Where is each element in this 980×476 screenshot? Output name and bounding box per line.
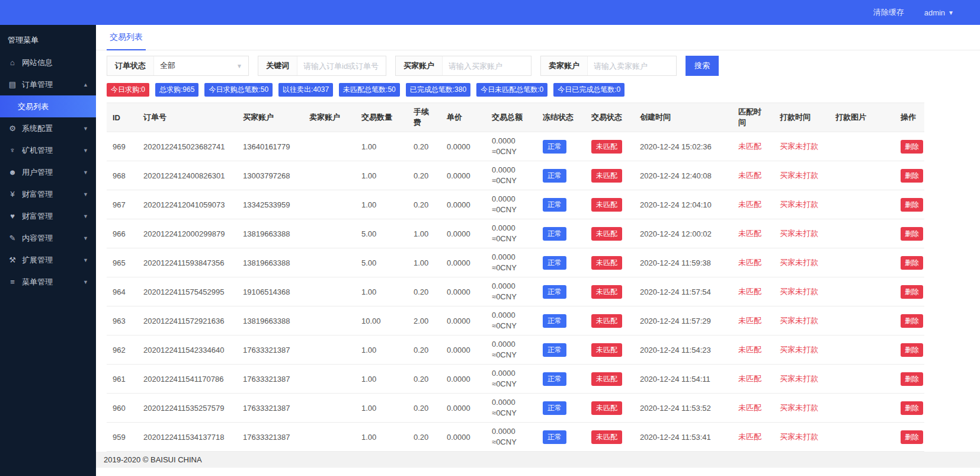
order-id: 965 [113,258,126,267]
delete-button[interactable]: 删除 [901,169,923,183]
freeze-status-badge: 正常 [543,430,566,444]
sidebar-item-trade-list[interactable]: 交易列表 [0,95,96,117]
trade-quantity: 1.00 [361,287,376,296]
sidebar-item-label: 网站信息 [22,57,53,68]
column-header: 创建时间 [634,103,732,132]
delete-button[interactable]: 删除 [901,140,923,154]
sidebar-item-user-management[interactable]: ☻用户管理▼ [0,161,96,183]
delete-button[interactable]: 删除 [901,372,923,386]
sidebar-item-system-config[interactable]: ⚙系统配置▼ [0,117,96,139]
sidebar-item-content-management[interactable]: ✎内容管理▼ [0,227,96,249]
cell-order-no: 2020122411572921636 [137,306,237,336]
total-amount: 0.0000 [492,397,531,408]
cell-pay-time: 买家未打款 [774,423,830,452]
admin-menu[interactable]: admin ▼ [924,8,954,17]
tab-bar: 交易列表 [96,25,980,50]
delete-button[interactable]: 删除 [901,314,923,328]
tab-trade-list[interactable]: 交易列表 [107,32,146,50]
total-cny: ≈0CNY [492,292,531,302]
sidebar-header: 管理菜单 [0,25,96,52]
sidebar-item-extension-management[interactable]: ⚒扩展管理▼ [0,249,96,271]
pay-time-text: 买家未打款 [780,171,818,180]
sidebar-item-label: 财富管理 [22,189,53,200]
delete-button[interactable]: 删除 [901,430,923,444]
cell-freeze-status: 正常 [537,190,585,219]
pay-time-text: 买家未打款 [780,345,818,354]
match-time-text: 未匹配 [738,287,761,296]
cell-pay-image [830,132,895,161]
pay-time-text: 买家未打款 [780,142,818,151]
fee-value: 0.20 [414,404,428,413]
cell-buyer: 17633321387 [237,336,303,365]
cell-price: 0.0000 [441,306,486,336]
table-row: 9622020122411542334640176333213871.000.2… [107,336,924,365]
cell-pay-time: 买家未打款 [774,248,830,277]
order-status-select[interactable]: 全部 ▼ [153,56,248,75]
cell-created: 2020-12-24 15:02:36 [634,132,732,161]
total-amount: 0.0000 [492,368,531,379]
main-content: 交易列表 订单状态 全部 ▼ 关键词 买家账户 卖家账户 搜索 今日求购:0总求… [96,25,980,476]
sidebar-item-order-management[interactable]: ▤订单管理▲ [0,74,96,95]
unit-price: 0.0000 [447,346,470,354]
total-cny: ≈0CNY [492,437,531,448]
sidebar-item-menu-management[interactable]: ≡菜单管理▼ [0,271,96,293]
delete-button[interactable]: 删除 [901,401,923,415]
cell-id: 967 [107,190,137,219]
buyer-input[interactable] [442,56,531,75]
cell-pay-time: 买家未打款 [774,219,830,248]
cell-total: 0.0000≈0CNY [486,394,537,423]
keyword-input[interactable] [297,56,386,75]
trade-status-badge: 未匹配 [591,227,622,241]
delete-button[interactable]: 删除 [901,227,923,241]
cell-pay-time: 买家未打款 [774,277,830,306]
chevron-down-icon: ▼ [83,126,88,132]
created-time: 2020-12-24 11:57:54 [640,287,711,296]
cell-freeze-status: 正常 [537,365,585,394]
total-amount: 0.0000 [492,310,531,321]
cell-trade-status: 未匹配 [585,248,634,277]
trade-quantity: 1.00 [361,404,376,413]
created-time: 2020-12-24 11:53:52 [640,404,711,413]
delete-button[interactable]: 删除 [901,285,923,299]
cell-buyer: 17633321387 [237,365,303,394]
sidebar-item-wealth-management[interactable]: ¥财富管理▼ [0,183,96,205]
cell-order-no: 2020122411593847356 [137,248,237,277]
cell-action: 删除 [895,423,924,452]
pay-time-text: 买家未打款 [780,316,818,325]
topbar: 清除缓存 admin ▼ [0,0,980,25]
cell-freeze-status: 正常 [537,277,585,306]
cell-order-no: 2020122411535257579 [137,394,237,423]
cell-order-no: 2020122411575452995 [137,277,237,306]
cell-buyer: 13640161779 [237,132,303,161]
cell-price: 0.0000 [441,161,486,190]
sidebar-item-miner-management[interactable]: ♆矿机管理▼ [0,139,96,161]
fee-value: 0.20 [414,171,428,180]
cell-pay-time: 买家未打款 [774,365,830,394]
total-amount: 0.0000 [492,136,531,146]
total-amount: 0.0000 [492,165,531,175]
users-icon: ☻ [8,168,17,177]
cell-match-time: 未匹配 [732,190,774,219]
match-time-text: 未匹配 [738,171,761,180]
cell-qty: 1.00 [356,190,408,219]
cell-match-time: 未匹配 [732,336,774,365]
trade-status-badge: 未匹配 [591,140,622,154]
clear-cache-link[interactable]: 清除缓存 [873,7,904,18]
column-header: 打款图片 [830,103,895,132]
delete-button[interactable]: 删除 [901,343,923,357]
cell-order-no: 2020122411534137718 [137,423,237,452]
cell-buyer: 13819663388 [237,248,303,277]
search-button[interactable]: 搜索 [686,56,719,76]
chevron-down-icon: ▼ [236,63,242,69]
delete-button[interactable]: 删除 [901,256,923,270]
cell-pay-image [830,219,895,248]
delete-button[interactable]: 删除 [901,198,923,212]
stat-badge: 总求购:965 [155,83,198,97]
cell-price: 0.0000 [441,132,486,161]
sidebar-item-website-info[interactable]: ⌂网站信息 [0,52,96,74]
sidebar-item-label: 订单管理 [22,79,53,90]
seller-input[interactable] [587,56,676,75]
trade-quantity: 1.00 [361,433,376,442]
cell-action: 删除 [895,394,924,423]
sidebar-item-wealth-management-2[interactable]: ♥财富管理▼ [0,205,96,227]
